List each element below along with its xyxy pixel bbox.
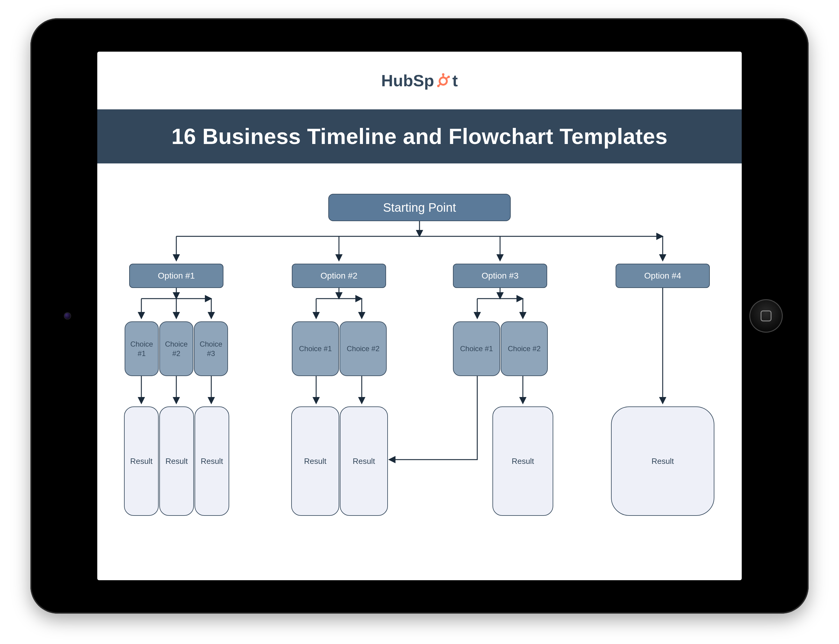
svg-line-5 bbox=[446, 77, 449, 79]
hubspot-logo: HubSp t bbox=[381, 71, 458, 90]
flow-choice-1-3: Choice #3 bbox=[194, 321, 228, 376]
flow-result-4: Result bbox=[611, 406, 714, 516]
logo-row: HubSp t bbox=[97, 52, 742, 109]
flow-result-3: Result bbox=[493, 406, 553, 516]
flow-choice-2-2: Choice #2 bbox=[340, 321, 387, 376]
flow-result-2-1: Result bbox=[291, 406, 339, 516]
flowchart-connectors bbox=[97, 163, 742, 580]
flow-choice-1-2: Choice #2 bbox=[159, 321, 193, 376]
svg-line-6 bbox=[438, 84, 441, 86]
flow-start-label: Starting Point bbox=[383, 201, 456, 214]
flow-choice-3-1: Choice #1 bbox=[453, 321, 500, 376]
flow-option-3: Option #3 bbox=[453, 264, 547, 288]
logo-text-post: t bbox=[452, 71, 458, 90]
flowchart: Starting Point Option #1 Option #2 Optio… bbox=[97, 163, 742, 580]
logo-text-pre: HubSp bbox=[381, 71, 434, 90]
flow-option-2: Option #2 bbox=[292, 264, 386, 288]
tablet-frame: HubSp t 16 Business Timeline and Flowcha… bbox=[30, 18, 809, 614]
flow-result-1-3: Result bbox=[195, 406, 229, 516]
flow-choice-1-1: Choice #1 bbox=[125, 321, 159, 376]
page-title: 16 Business Timeline and Flowchart Templ… bbox=[97, 109, 742, 163]
camera-icon bbox=[64, 312, 71, 320]
flow-result-1-1: Result bbox=[124, 406, 159, 516]
sprocket-icon bbox=[436, 73, 450, 88]
home-button[interactable] bbox=[749, 299, 783, 333]
flow-choice-2-1: Choice #1 bbox=[292, 321, 339, 376]
flow-choice-3-2: Choice #2 bbox=[501, 321, 548, 376]
screen: HubSp t 16 Business Timeline and Flowcha… bbox=[97, 52, 742, 580]
flow-start: Starting Point bbox=[328, 194, 511, 221]
flow-option-4: Option #4 bbox=[616, 264, 710, 288]
flow-result-1-2: Result bbox=[159, 406, 194, 516]
flow-option-1: Option #1 bbox=[129, 264, 223, 288]
flow-result-2-2: Result bbox=[340, 406, 388, 516]
